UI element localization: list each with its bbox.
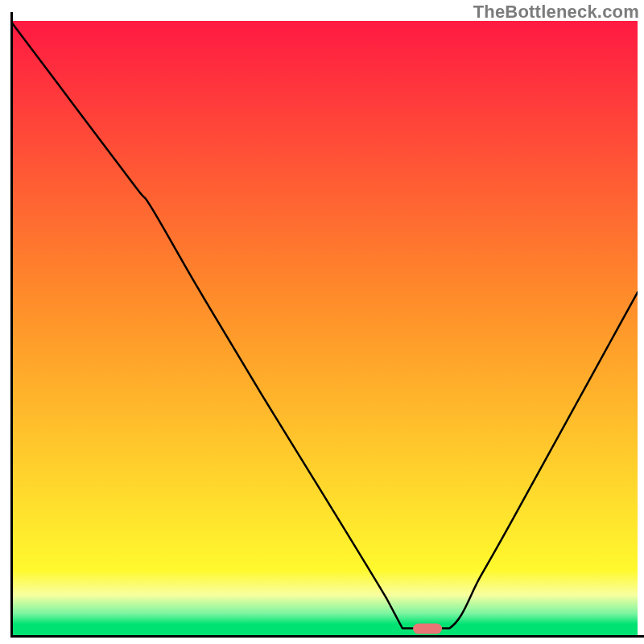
y-axis (10, 12, 13, 638)
x-axis (10, 635, 644, 638)
gradient-red-yellow (10, 21, 638, 570)
gradient-lightgreen (10, 595, 638, 613)
plot-area (10, 21, 638, 638)
chart-container: TheBottleneck.com (0, 0, 644, 644)
watermark: TheBottleneck.com (473, 2, 639, 23)
gradient-paleyellow (10, 570, 638, 595)
optimum-marker (413, 623, 442, 634)
gradient-green (10, 613, 638, 629)
